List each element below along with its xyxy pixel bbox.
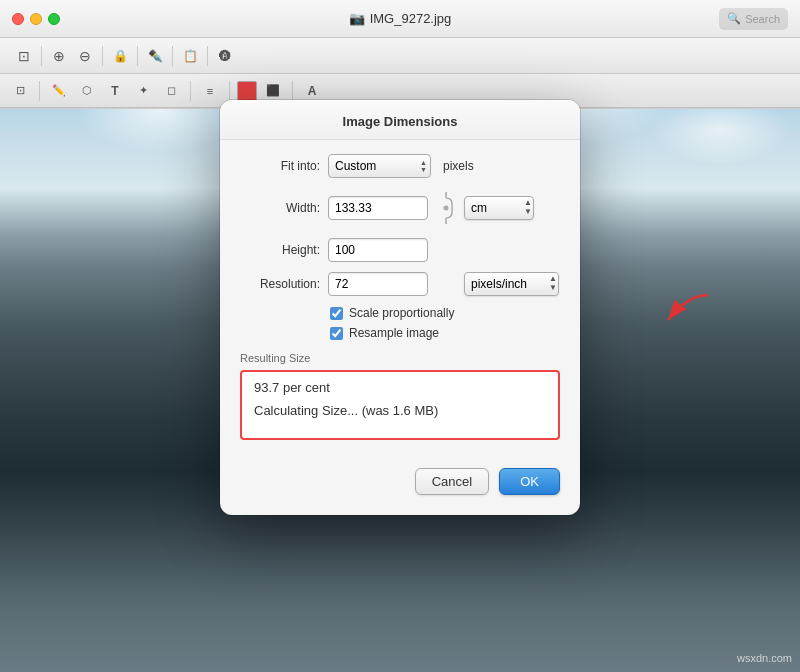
resolution-units-wrapper[interactable]: pixels/inch pixels/cm ▲ ▼ — [464, 272, 559, 296]
height-row: Height: — [240, 238, 560, 262]
resolution-input[interactable] — [328, 272, 428, 296]
resulting-size-section: Resulting Size 93.7 per cent Calculating… — [240, 352, 560, 440]
fit-into-select-wrapper[interactable]: Custom Fit in Window 640×480 800×600 102… — [328, 154, 431, 178]
dialog-footer: Cancel OK — [220, 468, 580, 495]
svg-point-0 — [444, 206, 449, 211]
resample-image-label[interactable]: Resample image — [349, 326, 439, 340]
ok-button[interactable]: OK — [499, 468, 560, 495]
size-percent-value: 93.7 per cent — [254, 380, 546, 395]
link-icon — [436, 188, 456, 228]
resulting-size-label: Resulting Size — [240, 352, 560, 364]
scale-proportionally-checkbox[interactable] — [330, 307, 343, 320]
resample-image-row: Resample image — [240, 326, 560, 340]
dialog-title: Image Dimensions — [220, 100, 580, 140]
fit-into-row: Fit into: Custom Fit in Window 640×480 8… — [240, 154, 560, 178]
units-select-width[interactable]: cm pixels mm inches — [464, 196, 534, 220]
height-label: Height: — [240, 243, 320, 257]
width-input[interactable] — [328, 196, 428, 220]
scale-proportionally-row: Scale proportionally — [240, 306, 560, 320]
fit-into-unit: pixels — [439, 159, 474, 173]
resolution-units-select[interactable]: pixels/inch pixels/cm — [464, 272, 559, 296]
fit-into-select[interactable]: Custom Fit in Window 640×480 800×600 102… — [328, 154, 431, 178]
size-calculating-value: Calculating Size... (was 1.6 MB) — [254, 403, 546, 418]
resulting-size-box: 93.7 per cent Calculating Size... (was 1… — [240, 370, 560, 440]
height-input[interactable] — [328, 238, 428, 262]
units-select-wrapper-width[interactable]: cm pixels mm inches ▲ ▼ — [464, 196, 534, 220]
scale-proportionally-label[interactable]: Scale proportionally — [349, 306, 454, 320]
cancel-button[interactable]: Cancel — [415, 468, 489, 495]
dialog-overlay: Image Dimensions Fit into: Custom Fit in… — [0, 0, 800, 672]
resample-image-checkbox[interactable] — [330, 327, 343, 340]
image-dimensions-dialog: Image Dimensions Fit into: Custom Fit in… — [220, 100, 580, 515]
fit-into-label: Fit into: — [240, 159, 320, 173]
width-label: Width: — [240, 201, 320, 215]
resolution-label: Resolution: — [240, 277, 320, 291]
width-row: Width: cm pixels mm inches — [240, 188, 560, 228]
dialog-body: Fit into: Custom Fit in Window 640×480 8… — [220, 140, 580, 454]
resolution-row: Resolution: pixels/inch pixels/cm ▲ ▼ — [240, 272, 560, 296]
